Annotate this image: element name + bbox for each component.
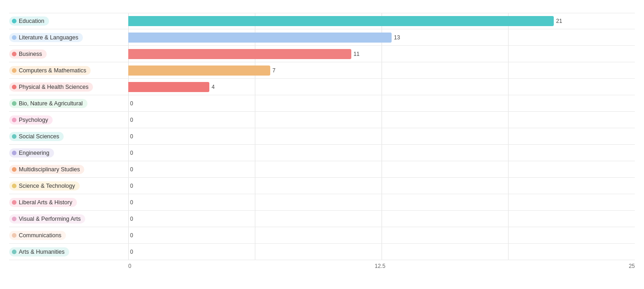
- bar-value: 21: [556, 18, 562, 24]
- bar-fill: [128, 16, 554, 26]
- bar-section: 0: [128, 161, 635, 177]
- bar-value: 4: [212, 84, 215, 90]
- pill-dot: [12, 19, 16, 23]
- bar-label: Education: [19, 18, 44, 24]
- bar-value: 0: [130, 232, 133, 239]
- bar-label: Physical & Health Sciences: [19, 84, 88, 90]
- bar-label: Arts & Humanities: [19, 249, 65, 255]
- bar-label: Visual & Performing Arts: [19, 216, 81, 222]
- label-container: Social Sciences: [9, 128, 128, 144]
- bar-fill: [128, 33, 392, 43]
- pill-dot: [12, 151, 16, 155]
- bar-section: 0: [128, 194, 635, 210]
- chart-container: Education21Literature & Languages13Busin…: [0, 5, 644, 283]
- label-container: Literature & Languages: [9, 29, 128, 45]
- label-pill: Arts & Humanities: [9, 247, 69, 256]
- label-pill: Engineering: [9, 148, 54, 158]
- label-pill: Physical & Health Sciences: [9, 82, 93, 92]
- label-container: Communications: [9, 227, 128, 243]
- bar-section: 0: [128, 244, 635, 260]
- bar-value: 0: [130, 183, 133, 189]
- bar-label: Literature & Languages: [19, 34, 78, 41]
- bar-value: 0: [130, 117, 133, 123]
- label-container: Liberal Arts & History: [9, 194, 128, 210]
- bar-section: 21: [128, 13, 635, 29]
- pill-dot: [12, 184, 16, 188]
- bar-section: 0: [128, 211, 635, 227]
- bar-row: Bio, Nature & Agricultural0: [9, 95, 635, 112]
- label-pill: Communications: [9, 231, 66, 240]
- x-axis-label: 0: [128, 263, 131, 269]
- pill-dot: [12, 52, 16, 56]
- bar-label: Liberal Arts & History: [19, 199, 72, 206]
- x-axis-label: 12.5: [375, 263, 385, 269]
- pill-dot: [12, 200, 16, 205]
- label-container: Engineering: [9, 145, 128, 161]
- label-container: Multidisciplinary Studies: [9, 161, 128, 177]
- pill-dot: [12, 85, 16, 89]
- bar-row: Communications0: [9, 227, 635, 244]
- bar-fill: [128, 49, 351, 59]
- pill-dot: [12, 233, 16, 238]
- pill-dot: [12, 134, 16, 139]
- label-container: Business: [9, 46, 128, 62]
- bar-value: 7: [273, 67, 276, 74]
- bar-fill: [128, 65, 270, 76]
- chart-area: Education21Literature & Languages13Busin…: [9, 13, 635, 260]
- label-container: Science & Technology: [9, 178, 128, 194]
- bar-label: Social Sciences: [19, 133, 59, 140]
- label-pill: Bio, Nature & Agricultural: [9, 99, 87, 108]
- bar-row: Visual & Performing Arts0: [9, 211, 635, 227]
- bar-row: Computers & Mathematics7: [9, 62, 635, 79]
- label-container: Physical & Health Sciences: [9, 79, 128, 95]
- bar-section: 0: [128, 145, 635, 161]
- bar-row: Science & Technology0: [9, 178, 635, 194]
- pill-dot: [12, 167, 16, 172]
- label-pill: Liberal Arts & History: [9, 198, 77, 207]
- label-container: Bio, Nature & Agricultural: [9, 95, 128, 111]
- bar-row: Literature & Languages13: [9, 29, 635, 46]
- bar-section: 13: [128, 29, 635, 45]
- bar-label: Engineering: [19, 150, 49, 156]
- bar-value: 11: [354, 51, 360, 57]
- bar-row: Education21: [9, 13, 635, 29]
- label-pill: Literature & Languages: [9, 33, 83, 42]
- label-pill: Social Sciences: [9, 132, 64, 141]
- bar-value: 0: [130, 249, 133, 255]
- pill-dot: [12, 118, 16, 122]
- bar-section: 0: [128, 128, 635, 144]
- bar-value: 0: [130, 216, 133, 222]
- bar-row: Business11: [9, 46, 635, 62]
- bar-label: Multidisciplinary Studies: [19, 166, 80, 173]
- bar-fill: [128, 82, 209, 92]
- label-container: Education: [9, 13, 128, 29]
- bar-row: Engineering0: [9, 145, 635, 161]
- bar-value: 0: [130, 133, 133, 140]
- bar-label: Computers & Mathematics: [19, 67, 86, 74]
- pill-dot: [12, 35, 16, 40]
- bar-value: 0: [130, 199, 133, 206]
- pill-dot: [12, 217, 16, 221]
- bar-label: Business: [19, 51, 42, 57]
- bar-row: Physical & Health Sciences4: [9, 79, 635, 95]
- label-container: Psychology: [9, 112, 128, 128]
- bar-section: 0: [128, 227, 635, 243]
- label-container: Arts & Humanities: [9, 244, 128, 260]
- x-axis-label: 25: [629, 263, 635, 269]
- bar-section: 11: [128, 46, 635, 62]
- bar-value: 0: [130, 100, 133, 107]
- x-axis: 012.525: [128, 260, 635, 269]
- bar-value: 0: [130, 166, 133, 173]
- bar-row: Arts & Humanities0: [9, 244, 635, 260]
- label-pill: Multidisciplinary Studies: [9, 165, 84, 174]
- bar-section: 7: [128, 62, 635, 78]
- bar-row: Psychology0: [9, 112, 635, 128]
- pill-dot: [12, 101, 16, 106]
- bar-section: 4: [128, 79, 635, 95]
- bar-label: Communications: [19, 232, 61, 239]
- pill-dot: [12, 250, 16, 254]
- bar-label: Science & Technology: [19, 183, 75, 189]
- label-pill: Visual & Performing Arts: [9, 214, 85, 224]
- bar-value: 0: [130, 150, 133, 156]
- label-pill: Business: [9, 49, 47, 59]
